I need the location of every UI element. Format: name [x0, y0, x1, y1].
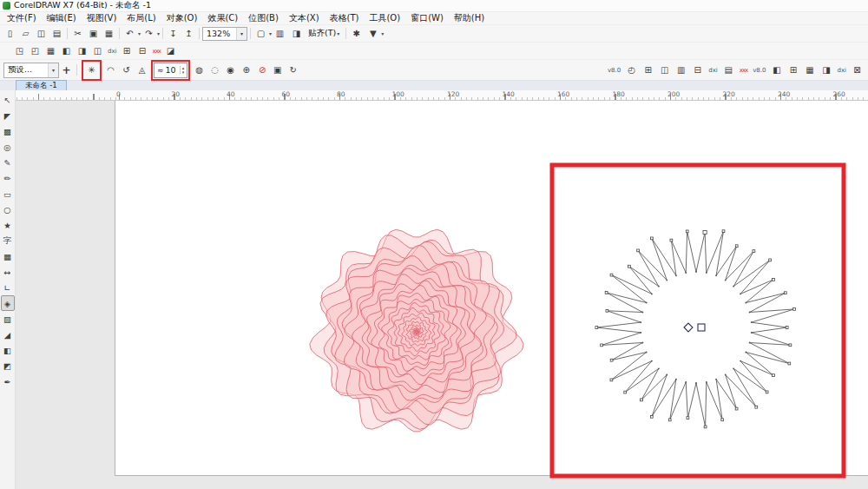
preset-combo[interactable]: 预设... ▾: [3, 63, 59, 78]
rectangle-tool[interactable]: ▭: [1, 186, 15, 202]
row2-position-icon[interactable]: ◰: [28, 44, 43, 58]
zipper-distortion-button[interactable]: ✳: [84, 63, 99, 77]
row2-remove-icon[interactable]: ⊟: [135, 44, 150, 58]
menu-item[interactable]: 视图(V): [82, 12, 122, 24]
random-distortion-button[interactable]: ◍: [192, 63, 207, 77]
chevron-down-icon[interactable]: ▾: [157, 30, 160, 36]
docked-version-chip[interactable]: v8.0: [606, 63, 622, 77]
parallel-dimension-tool[interactable]: ↔: [1, 264, 15, 280]
redo-icon[interactable]: ↷: [141, 27, 156, 41]
transparency-tool[interactable]: ▨: [1, 311, 15, 327]
copy-distortion-button[interactable]: ▣: [270, 63, 285, 77]
zoom-level-combo[interactable]: 132% ▾: [202, 27, 247, 41]
menu-item[interactable]: 文件(F): [2, 12, 42, 24]
docked-version-chip[interactable]: v8.0: [751, 63, 767, 77]
document-tab[interactable]: 未命名 -1: [16, 80, 67, 90]
print-icon[interactable]: ▤: [49, 27, 64, 41]
chevron-down-icon[interactable]: ▾: [138, 30, 141, 36]
menu-item[interactable]: 文本(X): [284, 12, 325, 24]
pick-tool[interactable]: ↖: [1, 92, 15, 108]
new-document-icon[interactable]: ▯: [3, 27, 17, 41]
docked-dxi-chip[interactable]: dxi: [707, 63, 720, 77]
docked-dxi-chip[interactable]: dxi: [835, 63, 848, 77]
interactive-fill-tool[interactable]: ◧: [1, 342, 15, 358]
cut-icon[interactable]: ✂: [70, 27, 85, 41]
local-distortion-button[interactable]: ◉: [223, 63, 238, 77]
docked-icon[interactable]: ⊞: [786, 63, 800, 77]
row2-xxx-chip[interactable]: xxx: [151, 44, 162, 58]
menu-item[interactable]: 对象(O): [161, 12, 203, 24]
chevron-down-icon[interactable]: ▾: [48, 63, 58, 77]
open-icon[interactable]: ▱: [18, 27, 33, 41]
snap-dropdown[interactable]: 贴齐(T) ▾: [305, 28, 343, 39]
import-icon[interactable]: ↧: [166, 27, 181, 41]
zipper-amplitude-spinner[interactable]: ≈ 10 ▴▾: [154, 63, 187, 78]
distort-tool[interactable]: ◈: [1, 295, 15, 311]
chevron-down-icon[interactable]: ▾: [269, 30, 272, 36]
paste-icon[interactable]: ▦: [102, 27, 116, 41]
convert-to-curves-button[interactable]: ↻: [286, 63, 300, 77]
connector-tool[interactable]: ∟: [1, 280, 15, 295]
smart-fill-tool[interactable]: ◩: [1, 358, 15, 373]
docked-xxx-chip[interactable]: xxx: [738, 63, 749, 77]
menu-item[interactable]: 表格(T): [325, 12, 365, 24]
clear-distortion-button[interactable]: ⊘: [254, 63, 269, 77]
docked-icon[interactable]: ▥: [674, 63, 688, 77]
row2-save-icon[interactable]: ◫: [90, 44, 105, 58]
menu-item[interactable]: 效果(C): [202, 12, 243, 24]
distortion-settings-button[interactable]: ◬: [135, 63, 149, 77]
twister-distortion-button[interactable]: ↺: [119, 63, 134, 77]
spinner-down-icon[interactable]: ▾: [182, 70, 185, 75]
copy-icon[interactable]: ▣: [86, 27, 101, 41]
docked-icon[interactable]: ◫: [657, 63, 672, 77]
docked-icon[interactable]: ⊟: [690, 63, 705, 77]
artistic-media-tool[interactable]: ✏: [1, 170, 15, 186]
crop-tool[interactable]: ▩: [1, 123, 15, 139]
menu-item[interactable]: 窗口(W): [405, 12, 449, 24]
polygon-tool[interactable]: ★: [1, 217, 15, 233]
docked-icon[interactable]: ◴: [624, 63, 639, 77]
docked-icon[interactable]: ⊞: [641, 63, 655, 77]
menu-item[interactable]: 工具(O): [364, 12, 405, 24]
push-pull-distortion-button[interactable]: ◠: [103, 63, 118, 77]
row2-fill-left-icon[interactable]: ◧: [59, 44, 74, 58]
row2-corner-icon[interactable]: ◪: [163, 44, 178, 58]
row2-grid-icon[interactable]: ▦: [43, 44, 58, 58]
horizontal-ruler[interactable]: 020406080100120140160180200220240260: [16, 90, 868, 101]
smooth-distortion-button[interactable]: ◌: [207, 63, 222, 77]
add-preset-button[interactable]: +: [59, 63, 74, 77]
table-tool[interactable]: ▦: [1, 248, 15, 264]
docked-icon[interactable]: ◨: [819, 63, 833, 77]
shape-tool[interactable]: ◤: [1, 108, 15, 123]
menu-item[interactable]: 帮助(H): [449, 12, 490, 24]
row2-dxi-chip[interactable]: dxi: [106, 44, 119, 58]
application-launcher-icon[interactable]: ▼: [365, 27, 380, 41]
menu-item[interactable]: 布局(L): [122, 12, 161, 24]
freehand-tool[interactable]: ✎: [1, 155, 15, 170]
full-screen-preview-icon[interactable]: ▢: [253, 27, 268, 41]
options-icon[interactable]: ✱: [349, 27, 364, 41]
outline-pen-tool[interactable]: ✒: [1, 373, 15, 389]
undo-icon[interactable]: ↶: [122, 27, 137, 41]
save-icon[interactable]: ◫: [34, 27, 49, 41]
center-distortion-button[interactable]: ⊕: [239, 63, 253, 77]
export-icon[interactable]: ↥: [181, 27, 196, 41]
row2-fill-right-icon[interactable]: ◨: [75, 44, 89, 58]
text-tool[interactable]: 字: [1, 233, 15, 248]
zoom-tool[interactable]: ◎: [1, 139, 15, 155]
menu-item[interactable]: 位图(B): [243, 12, 284, 24]
docked-icon[interactable]: ▦: [802, 63, 817, 77]
docked-icon[interactable]: ◧: [769, 63, 784, 77]
row2-transform-icon[interactable]: ◳: [12, 44, 27, 58]
chevron-down-icon[interactable]: ▾: [381, 30, 384, 36]
preview-mode-icon[interactable]: ◨: [289, 27, 304, 41]
view-quality-icon[interactable]: ▥: [273, 27, 287, 41]
color-eyedropper-tool[interactable]: ◢: [1, 327, 15, 342]
docked-icon[interactable]: ▤: [721, 63, 736, 77]
ellipse-tool[interactable]: ○: [1, 202, 15, 217]
drawing-canvas[interactable]: [16, 101, 868, 489]
spinner-steppers[interactable]: ▴▾: [180, 66, 185, 74]
chevron-down-icon[interactable]: ▾: [236, 28, 247, 40]
docked-icon[interactable]: ⊠: [850, 63, 865, 77]
menu-item[interactable]: 编辑(E): [42, 12, 82, 24]
